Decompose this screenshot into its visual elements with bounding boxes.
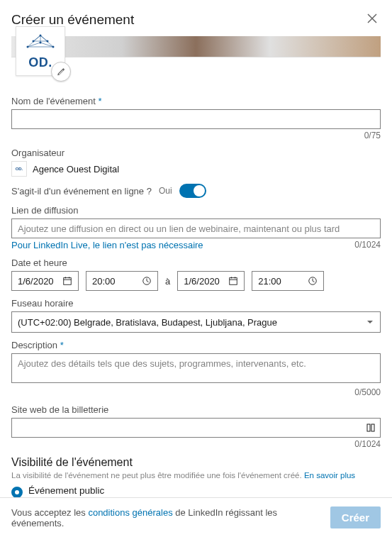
visibility-section: Visibilité de l'événement La visibilité …	[11, 456, 381, 497]
start-date-value: 1/6/2020	[18, 276, 62, 287]
datetime-field: Date et heure 1/6/2020 20:00 à 1/6/2020	[11, 258, 381, 291]
calendar-icon	[62, 276, 72, 286]
form-body: Nom de l'événement 0/75 Organisateur OD.…	[0, 62, 392, 497]
start-time-input[interactable]: 20:00	[86, 271, 158, 291]
create-button[interactable]: Créer	[330, 506, 381, 528]
description-field: Description 0/5000	[11, 340, 381, 397]
start-date-input[interactable]: 1/6/2020	[11, 271, 79, 291]
ticketing-label: Site web de la billetterie	[11, 404, 381, 415]
timezone-select[interactable]: (UTC+02:00) Belgrade, Bratislava, Budape…	[11, 311, 381, 333]
event-name-counter: 0/75	[11, 131, 381, 140]
clock-icon	[142, 276, 152, 286]
online-toggle-row: S'agit-il d'un événement en ligne ? Oui	[11, 184, 381, 198]
clock-icon	[308, 276, 318, 286]
modal-title: Créer un événement	[11, 12, 134, 28]
broadcast-field: Lien de diffusion Pour LinkedIn Live, le…	[11, 205, 381, 250]
event-banner: OD.	[11, 36, 381, 57]
event-name-field: Nom de l'événement 0/75	[11, 96, 381, 140]
end-time-value: 21:00	[258, 276, 308, 287]
broadcast-counter: 0/1024	[354, 240, 381, 250]
timezone-value: (UTC+02:00) Belgrade, Bratislava, Budape…	[18, 317, 277, 328]
svg-rect-15	[64, 278, 72, 285]
svg-point-9	[27, 45, 29, 48]
link-icon	[366, 423, 375, 432]
svg-point-14	[47, 40, 49, 42]
svg-rect-25	[367, 424, 370, 431]
svg-line-6	[33, 35, 40, 41]
visibility-subtitle: La visibilité de l'événement ne peut plu…	[11, 471, 381, 480]
learn-more-link[interactable]: En savoir plus	[304, 471, 355, 480]
svg-rect-20	[230, 278, 237, 285]
broadcast-label: Lien de diffusion	[11, 205, 381, 216]
modal-footer: Vous acceptez les conditions générales d…	[0, 497, 392, 537]
svg-line-3	[28, 43, 40, 47]
svg-rect-26	[371, 424, 374, 431]
ticketing-field: Site web de la billetterie 0/1024	[11, 404, 381, 449]
organizer-label: Organisateur	[11, 148, 381, 158]
close-icon	[366, 13, 378, 24]
organizer-name: Agence Ouest Digital	[33, 164, 119, 175]
end-time-input[interactable]: 21:00	[252, 271, 324, 291]
description-counter: 0/5000	[11, 387, 381, 397]
ticketing-counter: 0/1024	[11, 439, 381, 449]
end-date-input[interactable]: 1/6/2020	[177, 271, 245, 291]
visibility-title: Visibilité de l'événement	[11, 456, 381, 469]
online-toggle[interactable]	[179, 184, 206, 198]
svg-point-11	[52, 45, 55, 48]
visibility-public-label: Événement public	[28, 485, 381, 496]
svg-line-4	[40, 43, 53, 47]
organizer-logo: OD.	[11, 161, 27, 177]
visibility-public-option[interactable]: Événement public Visible de tout le mond…	[11, 485, 381, 497]
svg-line-7	[40, 35, 47, 41]
event-name-label: Nom de l'événement	[11, 96, 381, 106]
timezone-field: Fuseau horaire (UTC+02:00) Belgrade, Bra…	[11, 298, 381, 333]
organizer-row: OD. Agence Ouest Digital	[11, 161, 381, 177]
footer-terms: Vous acceptez les conditions générales d…	[11, 507, 330, 528]
svg-point-10	[40, 34, 42, 36]
event-logo-wrap: OD.	[16, 26, 65, 76]
broadcast-input[interactable]	[11, 218, 381, 238]
calendar-icon	[228, 276, 238, 286]
timezone-label: Fuseau horaire	[11, 298, 381, 309]
organizer-field: Organisateur OD. Agence Ouest Digital	[11, 148, 381, 177]
description-input[interactable]	[11, 353, 381, 383]
edit-logo-button[interactable]	[51, 62, 71, 82]
online-toggle-yes: Oui	[159, 186, 172, 196]
logo-text: OD.	[28, 55, 52, 70]
start-time-value: 20:00	[92, 276, 142, 287]
datetime-separator: à	[165, 276, 170, 287]
pencil-icon	[56, 67, 66, 77]
online-toggle-label: S'agit-il d'un événement en ligne ?	[11, 186, 152, 196]
terms-link[interactable]: conditions générales	[88, 507, 172, 518]
description-label: Description	[11, 340, 381, 350]
close-button[interactable]	[364, 10, 381, 29]
end-date-value: 1/6/2020	[184, 276, 228, 287]
radio-button[interactable]	[11, 487, 23, 497]
svg-point-13	[33, 40, 35, 42]
event-name-input[interactable]	[11, 109, 381, 129]
svg-point-12	[40, 41, 42, 43]
ticketing-input[interactable]	[11, 418, 381, 438]
broadcast-hint[interactable]: Pour LinkedIn Live, le lien n'est pas né…	[11, 240, 203, 250]
chevron-down-icon	[366, 318, 374, 326]
datetime-label: Date et heure	[11, 258, 381, 268]
network-graphic	[25, 33, 56, 54]
